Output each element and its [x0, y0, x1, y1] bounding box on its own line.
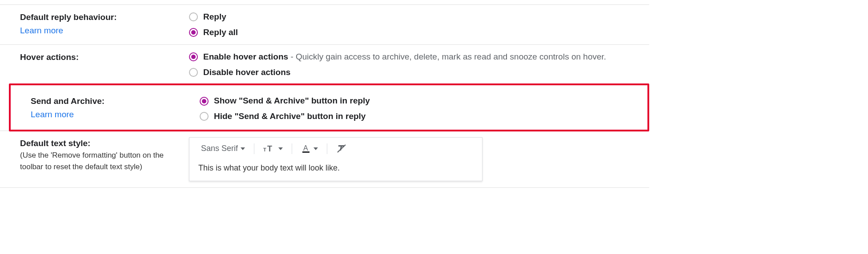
bottom-divider	[0, 187, 649, 188]
default-reply-learn-more-link[interactable]: Learn more	[20, 24, 63, 37]
reply-option[interactable]: Reply	[189, 11, 649, 23]
reply-all-option[interactable]: Reply all	[189, 27, 649, 39]
text-style-sample: This is what your body text will look li…	[189, 158, 482, 181]
chevron-down-icon	[278, 147, 283, 150]
text-color-dropdown[interactable]: A	[298, 142, 321, 155]
text-size-icon: T T	[263, 144, 276, 153]
remove-formatting-button[interactable]	[334, 142, 350, 155]
chevron-down-icon	[313, 147, 318, 150]
radio-icon[interactable]	[189, 28, 198, 37]
remove-formatting-icon	[336, 144, 347, 154]
send-archive-title: Send and Archive:	[31, 95, 193, 108]
svg-text:T: T	[263, 147, 266, 152]
font-family-dropdown[interactable]: Sans Serif	[198, 142, 248, 155]
disable-hover-option[interactable]: Disable hover actions	[189, 67, 649, 79]
default-text-style-label-col: Default text style: (Use the 'Remove for…	[20, 137, 189, 173]
hover-actions-options: Enable hover actions - Quickly gain acce…	[189, 51, 649, 78]
enable-hover-desc: - Quickly gain access to archive, delete…	[288, 52, 606, 61]
send-archive-label-col: Send and Archive: Learn more	[31, 95, 200, 121]
default-reply-options: Reply Reply all	[189, 11, 649, 38]
default-text-style-hint: (Use the 'Remove formatting' button on t…	[20, 150, 182, 172]
reply-option-label: Reply	[203, 11, 226, 23]
enable-hover-option[interactable]: Enable hover actions - Quickly gain acce…	[189, 51, 649, 63]
reply-all-option-label: Reply all	[203, 27, 238, 39]
toolbar-separator	[292, 143, 292, 154]
toolbar-separator	[254, 143, 254, 154]
radio-icon[interactable]	[200, 112, 209, 121]
chevron-down-icon	[241, 147, 245, 150]
send-archive-learn-more-link[interactable]: Learn more	[31, 108, 74, 121]
hide-send-archive-label: Hide "Send & Archive" button in reply	[214, 111, 366, 123]
default-text-style-options: Sans Serif T T	[189, 137, 649, 181]
hide-send-archive-option[interactable]: Hide "Send & Archive" button in reply	[200, 111, 647, 123]
text-style-editor: Sans Serif T T	[189, 137, 482, 181]
svg-rect-3	[302, 151, 309, 153]
default-text-style-row: Default text style: (Use the 'Remove for…	[0, 131, 649, 187]
font-size-dropdown[interactable]: T T	[261, 143, 285, 155]
radio-icon[interactable]	[200, 97, 209, 106]
default-reply-row: Default reply behaviour: Learn more Repl…	[0, 4, 649, 44]
hover-actions-label-col: Hover actions:	[20, 51, 189, 64]
svg-text:T: T	[267, 144, 272, 153]
default-reply-title: Default reply behaviour:	[20, 11, 182, 24]
radio-icon[interactable]	[189, 68, 198, 77]
text-style-toolbar: Sans Serif T T	[189, 138, 482, 158]
disable-hover-label: Disable hover actions	[203, 67, 290, 79]
text-color-icon: A	[301, 144, 311, 154]
send-archive-options: Show "Send & Archive" button in reply Hi…	[200, 95, 647, 122]
default-text-style-title: Default text style:	[20, 137, 182, 150]
svg-text:A: A	[303, 144, 308, 152]
show-send-archive-option[interactable]: Show "Send & Archive" button in reply	[200, 95, 647, 107]
send-archive-row: Send and Archive: Learn more Show "Send …	[9, 83, 649, 131]
hover-actions-row: Hover actions: Enable hover actions - Qu…	[0, 44, 649, 84]
font-family-value: Sans Serif	[201, 144, 238, 153]
radio-icon[interactable]	[189, 52, 198, 61]
default-reply-label-col: Default reply behaviour: Learn more	[20, 11, 189, 37]
radio-icon[interactable]	[189, 12, 198, 21]
show-send-archive-label: Show "Send & Archive" button in reply	[214, 95, 370, 107]
hover-actions-title: Hover actions:	[20, 51, 182, 64]
enable-hover-label: Enable hover actions	[203, 52, 288, 61]
toolbar-separator	[327, 143, 327, 154]
